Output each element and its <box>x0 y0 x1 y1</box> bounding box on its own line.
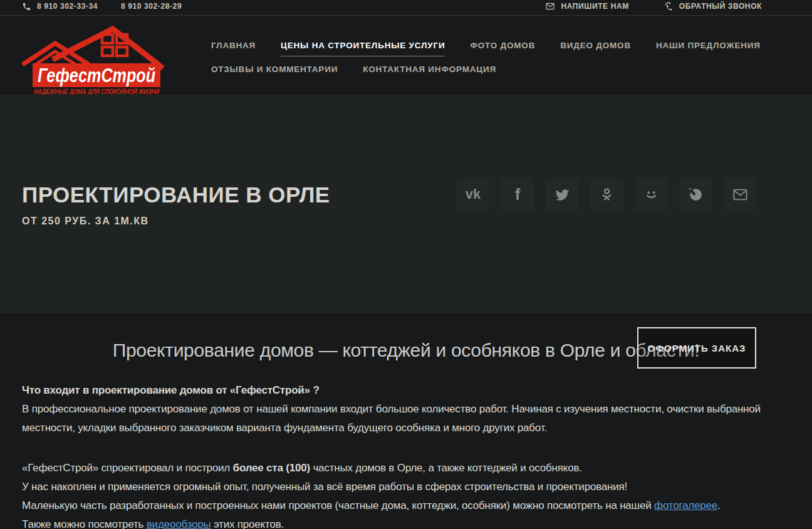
nav-item-offers[interactable]: НАШИ ПРЕДЛОЖЕНИЯ <box>656 41 761 56</box>
write-us-link[interactable]: НАПИШИТЕ НАМ <box>545 1 628 11</box>
company-logo[interactable]: ГефестСтрой НАДЕЖНЫЕ ДОМА ДЛЯ СПОКОЙНОЙ … <box>19 24 166 95</box>
article-paragraph-3: У нас накоплен и применяется огромный оп… <box>22 478 761 496</box>
logo-graphic: ГефестСтрой НАДЕЖНЫЕ ДОМА ДЛЯ СПОКОЙНОЙ … <box>19 24 166 95</box>
odnoklassniki-icon[interactable] <box>590 178 623 211</box>
envelope-icon <box>545 1 555 11</box>
article-paragraph-2: «ГефестСтрой» спроектировал и построил б… <box>22 459 761 478</box>
callback-phone-icon <box>664 1 674 11</box>
email-icon[interactable] <box>724 178 756 211</box>
nav-row-2: ОТЗЫВЫ И КОММЕНТАРИИ КОНТАКТНАЯ ИНФОРМАЦ… <box>211 65 761 80</box>
callback-label: ОБРАТНЫЙ ЗВОНОК <box>679 2 762 11</box>
hero-actions: vk f ОФОРМИТЬ ЗАКАЗ <box>455 178 756 211</box>
livejournal-icon[interactable] <box>679 178 712 211</box>
social-share-row: vk f <box>455 178 756 211</box>
topbar: 8 910 302-33-34 8 910 302-28-29 НАПИШИТЕ… <box>0 0 812 16</box>
phone-icon <box>22 2 31 11</box>
site-header: ГефестСтрой НАДЕЖНЫЕ ДОМА ДЛЯ СПОКОЙНОЙ … <box>0 16 812 95</box>
callback-link[interactable]: ОБРАТНЫЙ ЗВОНОК <box>664 1 762 11</box>
nav-item-reviews[interactable]: ОТЗЫВЫ И КОММЕНТАРИИ <box>211 65 338 80</box>
hero-section: ПРОЕКТИРОВАНИЕ В ОРЛЕ ОТ 250 РУБ. ЗА 1М.… <box>0 95 812 313</box>
topbar-links: НАПИШИТЕ НАМ ОБРАТНЫЙ ЗВОНОК <box>511 1 762 11</box>
built-count-bold: более ста (100) <box>233 462 310 474</box>
page-title: ПРОЕКТИРОВАНИЕ В ОРЛЕ <box>22 182 330 207</box>
phone-number-2[interactable]: 8 910 302-28-29 <box>121 2 182 11</box>
vk-icon[interactable]: vk <box>457 178 489 211</box>
photo-gallery-link[interactable]: фотогалерее <box>654 500 717 511</box>
facebook-icon[interactable]: f <box>501 178 534 211</box>
logo-name: ГефестСтрой <box>38 64 155 86</box>
nav-item-videos[interactable]: ВИДЕО ДОМОВ <box>560 41 631 56</box>
mailru-world-icon[interactable] <box>635 178 667 211</box>
hero-titles: ПРОЕКТИРОВАНИЕ В ОРЛЕ ОТ 250 РУБ. ЗА 1М.… <box>22 182 330 227</box>
nav-item-contacts[interactable]: КОНТАКТНАЯ ИНФОРМАЦИЯ <box>363 65 496 80</box>
phone-block: 8 910 302-33-34 8 910 302-28-29 <box>22 2 199 11</box>
nav-item-photos[interactable]: ФОТО ДОМОВ <box>470 41 535 56</box>
order-button[interactable]: ОФОРМИТЬ ЗАКАЗ <box>637 327 756 369</box>
nav-row-1: ГЛАВНАЯ ЦЕНЫ НА СТРОИТЕЛЬНЫЕ УСЛУГИ ФОТО… <box>211 41 761 56</box>
twitter-icon[interactable] <box>546 178 578 211</box>
article-paragraph-5: Также можно посмотреть видеообзоры этих … <box>22 515 761 529</box>
phone-number-1[interactable]: 8 910 302-33-34 <box>37 2 98 11</box>
nav-item-home[interactable]: ГЛАВНАЯ <box>211 41 256 56</box>
article-question: Что входит в проектирование домов от «Ге… <box>22 381 761 400</box>
topbar-phones: 8 910 302-33-34 8 910 302-28-29 <box>22 2 199 11</box>
article-paragraph-4: Маленькую часть разработанных и построен… <box>22 496 761 515</box>
price-subtitle: ОТ 250 РУБ. ЗА 1М.КВ <box>22 216 330 227</box>
article-paragraph-1: В профессиональное проектирование домов … <box>22 400 761 437</box>
nav-item-prices[interactable]: ЦЕНЫ НА СТРОИТЕЛЬНЫЕ УСЛУГИ <box>281 41 445 56</box>
logo-tagline: НАДЕЖНЫЕ ДОМА ДЛЯ СПОКОЙНОЙ ЖИЗНИ <box>34 88 160 95</box>
write-us-label: НАПИШИТЕ НАМ <box>561 2 628 11</box>
main-nav: ГЛАВНАЯ ЦЕНЫ НА СТРОИТЕЛЬНЫЕ УСЛУГИ ФОТО… <box>211 41 761 88</box>
video-reviews-link[interactable]: видеообзоры <box>147 518 211 529</box>
